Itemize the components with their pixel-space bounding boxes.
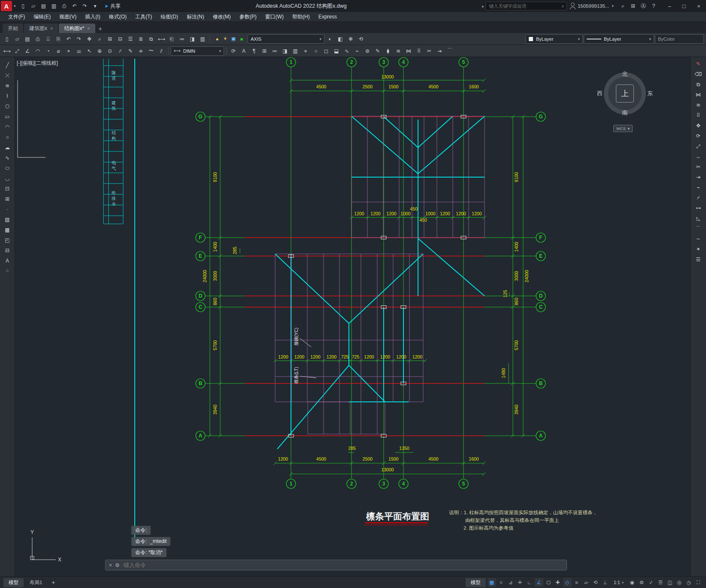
compass-top-face[interactable]: 上 (616, 84, 634, 103)
annotation-visibility-icon[interactable]: ◉ (628, 578, 636, 587)
redo-icon[interactable]: ↷ (80, 1, 90, 11)
isometric-drafting-icon[interactable]: ⬡ (544, 578, 553, 587)
compass-north[interactable]: 北 (622, 70, 628, 78)
join-icon[interactable]: ⊶ (694, 203, 703, 213)
dim-update-icon[interactable]: ⟳ (229, 46, 238, 56)
layer-freeze-icon[interactable]: ✻ (346, 34, 355, 44)
gradient-icon[interactable]: ▩ (3, 225, 12, 235)
point-style-icon[interactable]: ⁘ (3, 266, 12, 276)
construction-line-icon[interactable]: ⤫ (3, 71, 12, 80)
hatch-icon[interactable]: ▨ (3, 215, 12, 224)
dim-break-icon[interactable]: ⌿ (115, 46, 125, 56)
trim-tool-icon[interactable]: ✂ (424, 46, 434, 56)
close-command-line-icon[interactable]: × (109, 562, 112, 568)
search-input[interactable] (488, 3, 560, 9)
center-mark-icon[interactable]: ⊙ (105, 46, 115, 56)
lineweight-icon[interactable]: ≡ (573, 578, 581, 587)
new-tab-button[interactable]: + (96, 24, 105, 33)
save-icon[interactable]: ▤ (39, 1, 48, 11)
block-edit-icon[interactable]: ◨ (280, 46, 290, 56)
ellipse-arc-icon[interactable]: ◡ (3, 174, 12, 183)
menu-编辑[interactable]: 编辑(E) (30, 12, 55, 21)
open-file-icon[interactable]: ▱ (29, 1, 38, 11)
close-tab-icon[interactable]: × (50, 26, 53, 31)
new-icon[interactable]: ▯ (2, 34, 12, 44)
quick-dim-icon[interactable]: ⚌ (74, 46, 84, 56)
quick-properties-icon[interactable]: ☰ (656, 578, 665, 587)
undo-icon[interactable]: ↶ (64, 34, 73, 44)
search-icon[interactable]: ⌕ (618, 1, 627, 11)
break-icon[interactable]: ⌿ (694, 193, 703, 202)
offset-tool-icon[interactable]: ≋ (394, 46, 403, 56)
mleader-icon[interactable]: ↖ (85, 46, 94, 56)
edit-pencil-icon[interactable]: ✎ (694, 59, 703, 69)
circle-icon[interactable]: ○ (3, 133, 12, 142)
rotate-icon[interactable]: ⟳ (694, 131, 703, 141)
snap-mode-icon[interactable]: ⌗ (497, 578, 506, 587)
layer-on-icon[interactable]: ● (214, 36, 221, 42)
new-file-icon[interactable]: ▯ (18, 1, 28, 11)
dim-jog-icon[interactable]: 〜 (146, 46, 156, 56)
point-tool-icon[interactable]: ⋄ (301, 46, 310, 56)
layer-isolate-icon[interactable]: ◧ (336, 34, 345, 44)
plot-icon[interactable]: ⎙ (60, 1, 69, 11)
edit-dim-icon[interactable]: ✎ (126, 46, 135, 56)
scale-icon[interactable]: ⤢ (694, 142, 703, 151)
dim-arc-icon[interactable]: ◠ (33, 46, 42, 56)
compass-east[interactable]: 东 (647, 90, 653, 97)
plot-icon[interactable]: ⎙ (33, 34, 42, 44)
menu-Express[interactable]: Express (315, 13, 341, 21)
polygon-icon[interactable]: ⬡ (3, 102, 12, 111)
object-snap-tracking-icon[interactable]: ✚ (554, 578, 562, 587)
compass-west[interactable]: 西 (597, 90, 603, 97)
compass-south[interactable]: 南 (622, 109, 628, 117)
plan-svg[interactable]: 檩条平面布置图 说明：1. 柱标高均按照四坡屋面实际放线确定，山墙均不设置檩条，… (15, 57, 691, 578)
doc-tab-开始[interactable]: 开始 (3, 24, 23, 33)
autodesk-apps-icon[interactable]: Ⓐ (639, 1, 648, 11)
properties-panel-icon[interactable]: ☰ (694, 255, 703, 264)
layer-previous-icon[interactable]: ⟲ (356, 34, 366, 44)
fillet-tool-icon[interactable]: ⌒ (445, 46, 455, 56)
fillet-icon[interactable]: ⌒ (694, 224, 703, 233)
measure-icon[interactable]: ⟷ (157, 34, 166, 44)
circle-tool-icon[interactable]: ○ (311, 46, 321, 56)
layout-tab-布局1[interactable]: 布局1 (24, 578, 47, 587)
save-as-icon[interactable]: ▥ (49, 1, 59, 11)
view-compass[interactable]: 北 南 西 东 上 WCS ▾ (601, 70, 648, 117)
mirror-icon[interactable]: ⋈ (694, 90, 703, 100)
menu-窗口[interactable]: 窗口(W) (261, 12, 288, 21)
layer-unlock-icon[interactable]: ▣ (230, 36, 237, 42)
dim-ordinate-icon[interactable]: ⌖ (64, 46, 73, 56)
spline-edit-icon[interactable]: ∿ (342, 46, 351, 56)
solid-fill-icon[interactable]: ⧫ (383, 46, 393, 56)
save-icon[interactable]: ▤ (23, 34, 32, 44)
move-icon[interactable]: ✥ (694, 121, 703, 130)
ellipse-icon[interactable]: ⬭ (3, 163, 12, 173)
stretch-icon[interactable]: ↔ (694, 152, 703, 161)
close-tab-icon[interactable]: × (87, 26, 90, 31)
break-tool-icon[interactable]: ⌁ (352, 46, 362, 56)
dim-space-icon[interactable]: ≑ (136, 46, 145, 56)
doc-tab-建筑图x[interactable]: 建筑图x× (24, 24, 58, 33)
menu-文件[interactable]: 文件(F) (4, 12, 29, 21)
menu-插入[interactable]: 插入(I) (81, 12, 104, 21)
pan-icon[interactable]: ✥ (85, 34, 94, 44)
mtext-icon[interactable]: ¶ (249, 46, 259, 56)
app-store-icon[interactable]: ⊞ (628, 1, 638, 11)
transparency-icon[interactable]: ▱ (582, 578, 591, 587)
tolerance-icon[interactable]: ⊕ (95, 46, 104, 56)
menu-帮助[interactable]: 帮助(H) (288, 12, 314, 21)
object-snap-icon[interactable]: ◇ (563, 578, 572, 587)
plotstyle-combo[interactable]: ByColor (655, 34, 704, 44)
layer-combo[interactable]: AXIS ▾ (248, 34, 324, 44)
workspace-dropdown-icon[interactable]: ▾ (91, 1, 100, 11)
viewport-controls[interactable]: [-][俯视][二维线框] (17, 60, 58, 67)
search-icon[interactable]: ⌕ (561, 3, 564, 9)
app-menu-chevron-icon[interactable]: ▾ (14, 4, 16, 8)
zoom-realtime-icon[interactable]: ⌕ (95, 34, 104, 44)
mirror-tool-icon[interactable]: ⋈ (404, 46, 413, 56)
graphics-performance-icon[interactable]: ◷ (685, 578, 693, 587)
match-properties-icon[interactable]: ⧉ (146, 34, 156, 44)
offset-icon[interactable]: ≋ (694, 100, 703, 110)
array-tool-icon[interactable]: ⠿ (414, 46, 424, 56)
